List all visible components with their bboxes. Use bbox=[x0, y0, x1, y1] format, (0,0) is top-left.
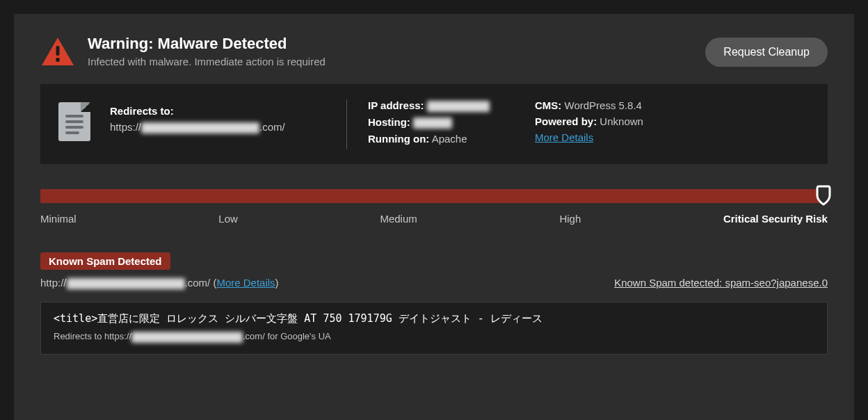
risk-low: Low bbox=[218, 213, 238, 225]
risk-medium: Medium bbox=[380, 213, 417, 225]
redirect-label: Redirects to: bbox=[110, 105, 339, 117]
spam-section: Known Spam Detected http://.com/ (More D… bbox=[40, 252, 828, 355]
page-subtitle: Infected with malware. Immediate action … bbox=[88, 56, 326, 67]
more-details-link[interactable]: More Details bbox=[535, 131, 593, 143]
page-title: Warning: Malware Detected bbox=[88, 35, 326, 53]
spam-row: http://.com/ (More Details) Known Spam d… bbox=[40, 277, 828, 289]
redacted-host bbox=[413, 118, 452, 129]
security-panel: Warning: Malware Detected Infected with … bbox=[14, 14, 854, 420]
spam-url: http://.com/ (More Details) bbox=[40, 277, 279, 289]
redacted-redirect-domain bbox=[131, 332, 243, 343]
header: Warning: Malware Detected Infected with … bbox=[40, 35, 828, 67]
risk-critical: Critical Security Risk bbox=[723, 213, 828, 225]
svg-point-2 bbox=[56, 58, 60, 62]
redirect-column: Redirects to: https://.com/ bbox=[110, 99, 339, 134]
risk-high: High bbox=[559, 213, 581, 225]
more-details-row: More Details bbox=[535, 131, 810, 143]
risk-marker-icon bbox=[816, 185, 831, 206]
server-column: IP address: Hosting: Running on: Apache bbox=[368, 99, 528, 149]
running-row: Running on: Apache bbox=[368, 133, 528, 145]
header-text: Warning: Malware Detected Infected with … bbox=[88, 35, 326, 67]
redacted-ip bbox=[427, 101, 490, 112]
document-icon bbox=[58, 102, 90, 141]
vertical-divider bbox=[346, 99, 347, 149]
risk-bar bbox=[40, 189, 828, 203]
redacted-domain bbox=[141, 122, 259, 134]
risk-minimal: Minimal bbox=[40, 213, 77, 225]
spam-code-box: <title>直営店に限定 ロレックス シルバー文字盤 AT 750 17917… bbox=[40, 302, 828, 355]
spam-title-line: <title>直営店に限定 ロレックス シルバー文字盤 AT 750 17917… bbox=[54, 312, 814, 325]
warning-icon bbox=[40, 36, 75, 67]
meta-column: CMS: WordPress 5.8.4 Powered by: Unknown… bbox=[528, 99, 810, 147]
spam-redirect-line: Redirects to https://.com/ for Google's … bbox=[54, 331, 814, 343]
header-left: Warning: Malware Detected Infected with … bbox=[40, 35, 326, 67]
redirect-url: https://.com/ bbox=[110, 121, 339, 134]
spam-badge: Known Spam Detected bbox=[40, 252, 170, 270]
redacted-spam-domain bbox=[67, 278, 185, 289]
site-info-box: Redirects to: https://.com/ IP address: … bbox=[40, 84, 828, 164]
spam-more-details-link[interactable]: More Details bbox=[216, 277, 275, 289]
request-cleanup-button[interactable]: Request Cleanup bbox=[705, 38, 828, 67]
ip-row: IP address: bbox=[368, 99, 528, 112]
svg-rect-1 bbox=[56, 46, 60, 56]
cms-row: CMS: WordPress 5.8.4 bbox=[535, 99, 810, 111]
hosting-row: Hosting: bbox=[368, 116, 528, 129]
risk-scale: Minimal Low Medium High Critical Securit… bbox=[40, 213, 828, 225]
spam-detected-link[interactable]: Known Spam detected: spam-seo?japanese.0 bbox=[614, 277, 828, 289]
risk-meter: Minimal Low Medium High Critical Securit… bbox=[40, 189, 828, 225]
powered-row: Powered by: Unknown bbox=[535, 115, 810, 127]
